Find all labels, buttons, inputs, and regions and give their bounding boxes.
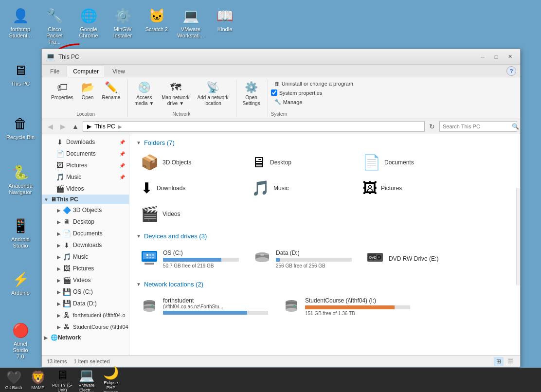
desktop-icon-forthtmp[interactable]: 👤forthtmpStudent... <box>4 4 37 41</box>
svg-point-13 <box>260 254 264 256</box>
tab-computer[interactable]: Computer <box>67 66 105 77</box>
sidebar-item-studentcourse[interactable]: ▶ 🖧 StudentCourse (\\fthf04 <box>42 321 129 333</box>
sidebar-item-3dobjects[interactable]: ▶ 🔷 3D Objects <box>42 204 129 216</box>
access-media-button[interactable]: 💿 Accessmedia ▼ <box>131 79 157 108</box>
drive-osc[interactable]: OS (C:) 50.7 GB free of 219 GB <box>136 245 243 273</box>
list-view-button[interactable]: ☰ <box>505 357 515 366</box>
expand-arrow: ▶ <box>55 313 62 318</box>
desktop-icon-atmel[interactable]: 🔴Atmel Studio7.0 <box>4 319 37 362</box>
sys-properties-check[interactable]: System properties <box>271 89 323 96</box>
search-input[interactable] <box>443 124 510 129</box>
icon-label-thispc: This PC <box>11 81 30 87</box>
sys-properties-checkbox[interactable] <box>271 89 277 96</box>
tab-view[interactable]: View <box>106 66 131 77</box>
downloads-icon: ⬇ <box>62 241 71 249</box>
folder-pictures[interactable]: 🖼 Pictures <box>358 177 465 199</box>
address-path[interactable]: ▶ This PC ▶ <box>83 121 425 132</box>
open-settings-button[interactable]: ⚙️ OpenSettings <box>239 79 264 108</box>
folder-downloads[interactable]: ⬇ Downloads <box>136 177 243 199</box>
desktop-icon-chrome[interactable]: 🌐GoogleChrome <box>72 4 105 41</box>
refresh-button[interactable]: ↻ <box>427 121 437 132</box>
taskbar-label-gitbash: Git Bash <box>5 385 22 390</box>
desktop-icon-kindle[interactable]: 📖Kindle <box>208 4 241 35</box>
folder-desktop[interactable]: 🖥 Desktop <box>247 151 354 173</box>
rename-button[interactable]: ✏️ Rename <box>99 79 124 102</box>
manage-button[interactable]: 🔧 Manage <box>271 97 306 107</box>
taskbar-icon-putty[interactable]: 🖥PuTTY (5-Unit) <box>52 370 73 390</box>
taskbar-icon-gitbash[interactable]: 🖤Git Bash <box>3 370 24 390</box>
map-drive-icon: 🗺 <box>170 81 181 94</box>
taskbar-icon-mamp[interactable]: 🦁MAMP <box>27 370 49 390</box>
sidebar-item-datad[interactable]: ▶ 💾 Data (D:) <box>42 298 129 309</box>
folder-videos[interactable]: 🎬 Videos <box>136 203 243 225</box>
network-forthstudent[interactable]: forthstudent (\\fthf04.op.ac.nz\ForthStu… <box>136 293 272 321</box>
sidebar-item-forthstudent[interactable]: ▶ 🖧 forthstudent (\\fthf04.o <box>42 309 129 321</box>
up-button[interactable]: ▲ <box>70 121 81 132</box>
pin-icon: 📌 <box>119 163 127 168</box>
sidebar-item-videos-quick[interactable]: 🎬 Videos <box>42 183 129 195</box>
minimize-button[interactable]: ─ <box>476 52 489 62</box>
sidebar-item-documents[interactable]: ▶ 📄 Documents <box>42 228 129 239</box>
documents-icon: 📄 <box>55 149 64 158</box>
studentcourse-drive-icon <box>283 296 300 317</box>
help-button[interactable]: ? <box>506 66 516 76</box>
close-button[interactable]: ✕ <box>504 52 516 62</box>
drive-dvd[interactable]: DVD DVD RW Drive (E:) <box>362 245 469 273</box>
sidebar-item-pictures[interactable]: ▶ 🖼 Pictures <box>42 263 129 274</box>
open-button[interactable]: 📂 Open <box>78 79 98 102</box>
sidebar-item-music[interactable]: ▶ 🎵 Music <box>42 251 129 263</box>
back-button[interactable]: ◀ <box>45 121 55 132</box>
icon-image-scratch: 🐱 <box>147 6 166 25</box>
drives-section-title: Devices and drives (3) <box>144 232 207 240</box>
sidebar-network-header[interactable]: ▶ 🌐 Network <box>42 333 129 342</box>
desktop-icon-arduino[interactable]: ⚡Arduino <box>4 267 37 298</box>
folder-documents[interactable]: 📄 Documents <box>358 151 465 173</box>
rename-icon: ✏️ <box>105 81 118 94</box>
uninstall-button[interactable]: 🗑 Uninstall or change a program <box>271 79 357 88</box>
drive-dvd-icon: DVD <box>366 248 384 269</box>
taskbar-label-mamp: MAMP <box>32 385 45 390</box>
sidebar-item-music-quick[interactable]: 🎵 Music 📌 <box>42 171 129 183</box>
forward-button[interactable]: ▶ <box>57 121 68 132</box>
expand-arrow: ▶ <box>55 266 62 271</box>
desktop-icon-mingw[interactable]: ⚙️MinGWInstaller <box>106 4 139 41</box>
svg-rect-4 <box>146 254 148 256</box>
drive-datad-bar <box>276 258 280 262</box>
taskbar-icon-vmware2[interactable]: 💻VMware Electr... <box>76 370 97 390</box>
desktop-icon-vmware[interactable]: 💻VMwareWorkstati... <box>174 4 207 41</box>
icon-label-recycle: Recycle Bin <box>6 134 35 141</box>
sidebar-item-documents-quick[interactable]: 📄 Documents 📌 <box>42 148 129 160</box>
sidebar-item-pictures-quick[interactable]: 🖼 Pictures 📌 <box>42 160 129 171</box>
desktop-icon-scratch[interactable]: 🐱Scratch 2 <box>140 4 173 35</box>
folder-music[interactable]: 🎵 Music <box>247 177 354 199</box>
add-location-button[interactable]: 📡 Add a networklocation <box>194 79 232 108</box>
network-studentcourse[interactable]: StudentCourse (\\fthf04) (I:) 151 GB fre… <box>278 293 415 321</box>
tile-view-button[interactable]: ⊞ <box>494 357 504 366</box>
map-drive-button[interactable]: 🗺 Map networkdrive ▼ <box>158 79 193 108</box>
sidebar-thispc-header[interactable]: ▼ 🖥 This PC <box>42 195 129 204</box>
tab-file[interactable]: File <box>44 66 66 77</box>
sidebar-item-osc[interactable]: ▶ 💾 OS (C:) <box>42 286 129 298</box>
sidebar-item-downloads[interactable]: ▶ ⬇ Downloads <box>42 239 129 251</box>
add-location-icon: 📡 <box>206 81 219 94</box>
drive-datad[interactable]: Data (D:) 256 GB free of 256 GB <box>249 245 356 273</box>
properties-button[interactable]: 🏷 Properties <box>48 79 77 102</box>
sidebar-item-videos[interactable]: ▶ 🎬 Videos <box>42 274 129 286</box>
desktop-icon-thispc[interactable]: 🖥This PC <box>4 58 37 89</box>
pictures-icon: 🖼 <box>62 264 71 273</box>
network-section-header[interactable]: ▼ Network locations (2) <box>136 281 513 288</box>
desktop-icon-anaconda[interactable]: 🐍AnacondaNavigator <box>4 160 37 197</box>
drive-datad-icon <box>253 248 271 269</box>
desktop-icon-android[interactable]: 📱AndroidStudio <box>4 214 37 251</box>
taskbar-icon-eclipse[interactable]: 🌙Eclipse PHP Oxygen <box>100 370 122 390</box>
folders-section-header[interactable]: ▼ Folders (7) <box>136 139 513 146</box>
osc-icon: 💾 <box>62 287 71 296</box>
desktop-icon-recycle[interactable]: 🗑Recycle Bin <box>4 112 37 143</box>
sidebar-item-desktop[interactable]: ▶ 🖥 Desktop <box>42 216 129 228</box>
folder-3dobjects[interactable]: 📦 3D Objects <box>136 151 243 173</box>
folder-desktop-icon: 🖥 <box>252 154 266 171</box>
maximize-button[interactable]: □ <box>490 52 503 62</box>
sidebar-item-downloads-quick[interactable]: ⬇ Downloads 📌 <box>42 136 129 148</box>
drive-datad-info: Data (D:) 256 GB free of 256 GB <box>276 249 352 268</box>
drives-section-header[interactable]: ▼ Devices and drives (3) <box>136 232 513 240</box>
